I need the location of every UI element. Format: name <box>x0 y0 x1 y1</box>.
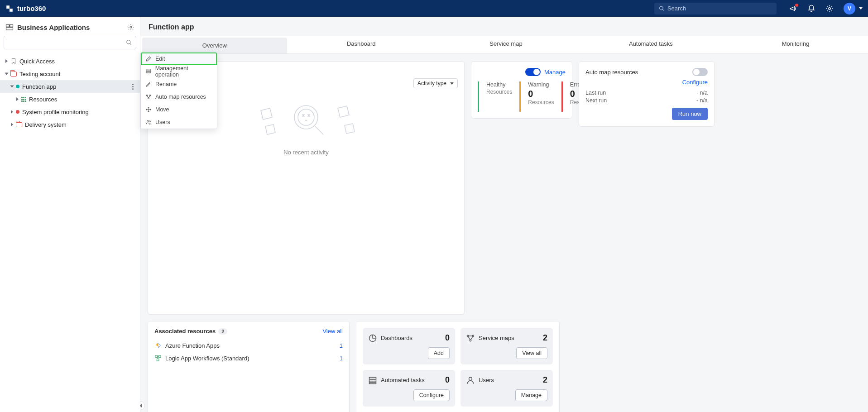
svg-rect-9 <box>146 69 151 71</box>
run-now-button[interactable]: Run now <box>672 108 708 120</box>
tab-automated-tasks[interactable]: Automated tasks <box>578 36 723 53</box>
sidebar-title: Business Applications <box>17 24 90 31</box>
svg-point-13 <box>148 98 149 99</box>
health-sub: Resources <box>486 89 512 95</box>
tab-monitoring[interactable]: Monitoring <box>723 36 868 53</box>
assoc-name: Azure Function Apps <box>165 342 220 349</box>
svg-text:x: x <box>308 113 310 117</box>
ctx-label: Move <box>155 106 169 113</box>
ctx-move[interactable]: Move <box>141 103 217 116</box>
last-run-label: Last run <box>585 90 606 96</box>
automap-title-text: Auto map resources <box>585 69 638 76</box>
tile-users-button[interactable]: Manage <box>515 389 547 401</box>
health-card: Manage Healthy Resources Warning 0 Resou… <box>471 61 572 119</box>
tile-dashboards-button[interactable]: Add <box>428 347 450 359</box>
page-title: Function app <box>140 17 868 36</box>
bell-icon[interactable] <box>807 5 815 13</box>
svg-point-11 <box>146 95 147 96</box>
tiles-container: Dashboards 0 Add Service maps 2 <box>356 321 560 412</box>
view-all-link[interactable]: View all <box>322 328 343 335</box>
context-menu: Edit Management operation Rename Auto ma… <box>140 52 217 129</box>
kebab-icon[interactable] <box>129 84 136 90</box>
brand-logo-icon <box>5 5 14 13</box>
assoc-row[interactable]: Logic App Workflows (Standard) 1 <box>154 352 343 364</box>
tree-item-delivery-system[interactable]: Delivery system <box>0 118 140 131</box>
folder-icon <box>16 122 22 127</box>
associated-resources-card: Associated resources 2 View all Azure Fu… <box>148 321 350 412</box>
tree-item-testing-account[interactable]: Testing account <box>0 67 140 80</box>
chevron-right-icon <box>11 123 13 126</box>
tile-service-maps-button[interactable]: View all <box>516 347 547 359</box>
tree-label: Testing account <box>19 71 60 77</box>
tile-count: 2 <box>543 333 547 343</box>
ctx-management[interactable]: Management operation <box>141 65 217 78</box>
pie-icon <box>368 334 377 343</box>
assoc-count: 1 <box>340 355 343 362</box>
brand[interactable]: turbo360 <box>5 5 46 13</box>
ctx-label: Management operation <box>155 65 212 78</box>
svg-point-26 <box>472 335 474 336</box>
tile-automated-tasks: Automated tasks 0 Configure <box>363 370 455 407</box>
sidebar-gear-icon[interactable] <box>127 24 134 31</box>
tree-label: Quick Access <box>19 58 55 65</box>
health-value: 0 <box>528 89 554 99</box>
manage-link[interactable]: Manage <box>544 69 566 76</box>
global-search-input[interactable] <box>667 5 772 12</box>
automap-configure-link[interactable]: Configure <box>682 79 708 86</box>
ctx-label: Edit <box>155 56 165 62</box>
search-icon <box>126 39 132 46</box>
tree-label: Resources <box>29 96 57 103</box>
svg-point-6 <box>130 26 132 28</box>
svg-line-20 <box>315 126 323 134</box>
health-sub: Resources <box>528 99 554 105</box>
avatar: V <box>844 3 855 14</box>
chevron-down-icon <box>450 82 454 85</box>
tile-users: Users 2 Manage <box>460 370 553 407</box>
ctx-label: Users <box>155 119 170 125</box>
gear-icon[interactable] <box>825 5 834 13</box>
svg-rect-10 <box>146 71 151 72</box>
tab-service-map[interactable]: Service map <box>434 36 579 53</box>
svg-point-17 <box>298 109 314 125</box>
header-actions: V <box>789 3 863 14</box>
tile-label: Users <box>479 377 494 383</box>
ctx-edit[interactable]: Edit <box>141 53 217 65</box>
status-dot-icon <box>16 110 19 114</box>
ctx-rename[interactable]: Rename <box>141 78 217 91</box>
svg-rect-5 <box>6 28 13 30</box>
pencil-icon <box>145 81 152 87</box>
tree-item-quick-access[interactable]: Quick Access <box>0 55 140 67</box>
edit-icon <box>145 56 152 62</box>
svg-point-15 <box>149 121 150 122</box>
tabs: Overview Dashboard Service map Automated… <box>140 36 868 54</box>
tasks-icon <box>368 376 377 385</box>
tab-overview[interactable]: Overview <box>142 38 287 53</box>
manage-toggle[interactable] <box>525 68 541 76</box>
tree-label: Function app <box>22 83 56 90</box>
tree-item-resources[interactable]: Resources <box>0 93 140 105</box>
chevron-down-icon <box>859 7 863 10</box>
sidebar-search[interactable] <box>4 36 136 49</box>
assoc-title-text: Associated resources <box>154 328 216 335</box>
tile-automated-button[interactable]: Configure <box>413 389 450 401</box>
tab-dashboard[interactable]: Dashboard <box>289 36 434 53</box>
tree-item-function-app[interactable]: Function app <box>0 80 140 93</box>
chevron-down-icon <box>10 86 14 88</box>
announcements-icon[interactable] <box>789 5 797 13</box>
tree-item-system-profile[interactable]: System profile monitoring <box>0 105 140 118</box>
automap-toggle[interactable] <box>692 68 708 76</box>
grid-icon <box>21 97 26 102</box>
global-search[interactable] <box>654 3 777 14</box>
notification-dot <box>795 4 798 7</box>
tile-count: 0 <box>445 333 450 343</box>
activity-type-dropdown[interactable]: Activity type <box>413 78 458 88</box>
assoc-count: 1 <box>340 342 343 349</box>
assoc-row[interactable]: Azure Function Apps 1 <box>154 339 343 352</box>
svg-point-31 <box>469 377 472 380</box>
svg-point-14 <box>147 120 149 122</box>
user-menu[interactable]: V <box>844 3 863 14</box>
svg-point-27 <box>470 340 471 341</box>
ctx-users[interactable]: Users <box>141 116 217 129</box>
svg-rect-29 <box>369 380 376 382</box>
ctx-automap[interactable]: Auto map resources <box>141 91 217 103</box>
